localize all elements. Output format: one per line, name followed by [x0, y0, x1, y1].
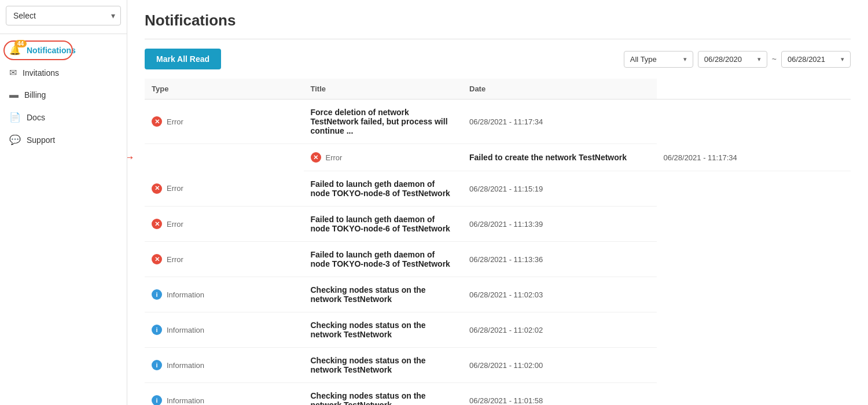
- date-end-label: 06/28/2021: [788, 55, 825, 64]
- type-label: Error: [326, 153, 343, 162]
- type-label: Information: [167, 326, 204, 334]
- table-cell-title: Checking nodes status on the network Tes…: [304, 348, 463, 383]
- col-header-type: Type: [145, 79, 304, 100]
- type-cell-container: iInformation: [152, 289, 297, 300]
- table-cell-date: 06/28/2021 - 11:02:03: [462, 277, 657, 312]
- sidebar-divider: [0, 34, 127, 34]
- type-cell-container: iInformation: [152, 395, 297, 405]
- col-header-date: Date: [462, 79, 657, 100]
- type-label: Information: [167, 396, 204, 405]
- sidebar: Select 🔔 44 Notifications ✉ Invitations …: [0, 0, 127, 405]
- table-row[interactable]: iInformationChecking nodes status on the…: [145, 277, 851, 312]
- table-row[interactable]: iInformationChecking nodes status on the…: [145, 383, 851, 406]
- table-cell-date: 06/28/2021 - 11:13:39: [462, 207, 657, 242]
- sidebar-item-support-label: Support: [27, 135, 55, 145]
- table-row[interactable]: ✕ErrorFailed to launch geth daemon of no…: [145, 171, 851, 207]
- table-cell-title: Failed to create the network TestNetwork: [462, 144, 657, 171]
- notification-date: 06/28/2021 - 11:17:34: [664, 153, 737, 162]
- error-icon: ✕: [152, 254, 162, 264]
- notification-date: 06/28/2021 - 11:02:00: [469, 361, 543, 370]
- date-end-chevron-icon: ▾: [841, 56, 844, 63]
- docs-icon: 📄: [9, 112, 21, 123]
- notification-title: Checking nodes status on the network Tes…: [311, 356, 426, 374]
- table-cell-type: ✕Error: [145, 207, 304, 242]
- type-filter-chevron-icon: ▾: [683, 56, 687, 63]
- table-row[interactable]: ✕ErrorForce deletion of network TestNetw…: [145, 100, 851, 144]
- table-row[interactable]: iInformationChecking nodes status on the…: [145, 348, 851, 383]
- table-cell-type: ✕Error: [304, 144, 463, 171]
- date-start-filter-dropdown[interactable]: 06/28/2020 ▾: [698, 51, 767, 68]
- col-header-title: Title: [304, 79, 463, 100]
- sidebar-item-invitations-label: Invitations: [23, 68, 59, 78]
- table-cell-date: 06/28/2021 - 11:13:36: [462, 242, 657, 277]
- type-cell-container: ✕Error: [152, 183, 297, 194]
- row-arrow-indicator: →: [127, 150, 135, 165]
- table-cell-type: ✕Error: [145, 242, 304, 277]
- notification-date: 06/28/2021 - 11:02:02: [469, 326, 543, 334]
- table-row[interactable]: ✕ErrorFailed to launch geth daemon of no…: [145, 242, 851, 277]
- table-cell-date: 06/28/2021 - 11:02:00: [462, 348, 657, 383]
- sidebar-select-wrapper: Select: [6, 6, 121, 25]
- sidebar-item-invitations[interactable]: ✉ Invitations: [0, 61, 127, 84]
- table-cell-title: Failed to launch geth daemon of node TOK…: [304, 171, 463, 207]
- sidebar-item-billing[interactable]: ▬ Billing: [0, 84, 127, 106]
- info-icon: i: [152, 289, 162, 300]
- table-cell-type: ✕Error: [145, 171, 304, 207]
- type-filter-dropdown[interactable]: All Type ▾: [624, 51, 693, 68]
- date-end-filter-dropdown[interactable]: 06/28/2021 ▾: [781, 51, 851, 68]
- type-filter-label: All Type: [630, 55, 657, 64]
- notification-title: Checking nodes status on the network Tes…: [311, 391, 426, 405]
- type-cell-container: ✕Error: [311, 152, 456, 163]
- type-label: Error: [167, 220, 183, 229]
- date-separator: ~: [772, 54, 777, 64]
- table-cell-title: Failed to launch geth daemon of node TOK…: [304, 207, 463, 242]
- type-cell-container: ✕Error: [152, 254, 297, 264]
- table-cell-title: Checking nodes status on the network Tes…: [304, 277, 463, 312]
- type-cell-container: iInformation: [152, 325, 297, 335]
- notification-title: Failed to create the network TestNetwork: [469, 153, 627, 162]
- notification-date: 06/28/2021 - 11:13:39: [469, 220, 543, 229]
- table-cell-type: ✕Error: [145, 100, 304, 144]
- table-cell-title: Failed to launch geth daemon of node TOK…: [304, 242, 463, 277]
- table-cell-date: 06/28/2021 - 11:17:34: [657, 144, 851, 171]
- notifications-table: Type Title Date ✕ErrorForce deletion of …: [145, 79, 851, 405]
- table-cell-title: Force deletion of network TestNetwork fa…: [304, 100, 463, 144]
- page-title: Notifications: [145, 12, 851, 39]
- table-row[interactable]: →✕ErrorFailed to create the network Test…: [145, 144, 851, 171]
- table-cell-date: 06/28/2021 - 11:01:58: [462, 383, 657, 406]
- table-cell-type: iInformation: [145, 312, 304, 348]
- table-body: ✕ErrorForce deletion of network TestNetw…: [145, 100, 851, 406]
- billing-icon: ▬: [9, 90, 19, 100]
- table-cell-type: iInformation: [145, 383, 304, 406]
- type-label: Information: [167, 361, 204, 370]
- table-cell-date: 06/28/2021 - 11:02:02: [462, 312, 657, 348]
- info-icon: i: [152, 325, 162, 335]
- toolbar: Mark All Read All Type ▾ 06/28/2020 ▾ ~ …: [145, 49, 851, 69]
- table-header: Type Title Date: [145, 79, 851, 100]
- type-label: Error: [167, 184, 183, 193]
- sidebar-item-docs[interactable]: 📄 Docs: [0, 106, 127, 128]
- info-icon: i: [152, 360, 162, 370]
- error-icon: ✕: [152, 219, 162, 229]
- sidebar-item-notifications[interactable]: 🔔 44 Notifications: [0, 39, 127, 61]
- notification-date: 06/28/2021 - 11:13:36: [469, 255, 543, 264]
- table-cell-date: 06/28/2021 - 11:15:19: [462, 171, 657, 207]
- support-icon: 💬: [9, 134, 21, 145]
- notification-title: Checking nodes status on the network Tes…: [311, 321, 426, 339]
- sidebar-nav: 🔔 44 Notifications ✉ Invitations ▬ Billi…: [0, 36, 127, 153]
- notification-title: Failed to launch geth daemon of node TOK…: [311, 179, 450, 198]
- notification-title: Force deletion of network TestNetwork fa…: [311, 108, 448, 135]
- sidebar-item-support[interactable]: 💬 Support: [0, 128, 127, 151]
- sidebar-item-billing-label: Billing: [24, 90, 46, 100]
- mark-all-read-button[interactable]: Mark All Read: [145, 49, 221, 69]
- toolbar-right: All Type ▾ 06/28/2020 ▾ ~ 06/28/2021 ▾: [624, 51, 851, 68]
- table-row[interactable]: iInformationChecking nodes status on the…: [145, 312, 851, 348]
- notification-date: 06/28/2021 - 11:17:34: [469, 117, 543, 126]
- date-start-label: 06/28/2020: [704, 55, 742, 64]
- table-cell-date: 06/28/2021 - 11:17:34: [462, 100, 657, 144]
- workspace-select[interactable]: Select: [6, 6, 121, 25]
- bell-icon-wrapper: 🔔 44: [9, 45, 21, 56]
- info-icon: i: [152, 395, 162, 405]
- envelope-icon: ✉: [9, 67, 17, 78]
- table-row[interactable]: ✕ErrorFailed to launch geth daemon of no…: [145, 207, 851, 242]
